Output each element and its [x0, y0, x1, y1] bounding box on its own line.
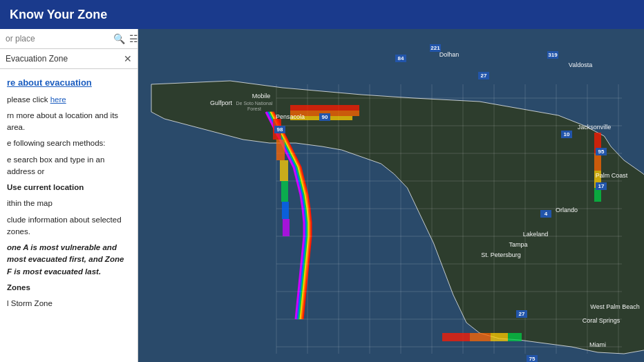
storm-zone-label: l Storm Zone — [7, 298, 131, 309]
instruction-6: ithin the map — [7, 198, 131, 209]
section-link[interactable]: re about evacuation — [7, 76, 131, 90]
evac-zone-label: Evacuation Zone — [6, 54, 68, 64]
sidebar: 🔍 ☵ Evacuation Zone ✕ re about evacuatio… — [0, 29, 138, 362]
map-area[interactable] — [138, 29, 644, 362]
instruction-1: please click here — [7, 94, 131, 106]
instruction-5: Use current location — [7, 182, 131, 193]
evac-zone-row: Evacuation Zone ✕ — [0, 49, 138, 69]
instruction-4: e search box and type in an address or — [7, 154, 131, 178]
evacuation-link[interactable]: re about evacuation — [7, 77, 92, 88]
here-link[interactable]: here — [50, 95, 66, 104]
top-bar: Know Your Zone — [0, 0, 644, 29]
florida-map — [138, 29, 644, 362]
search-icon[interactable]: 🔍 — [113, 33, 125, 44]
instruction-7: clude information about selected zones. — [7, 214, 131, 238]
page-title: Know Your Zone — [10, 8, 107, 22]
sidebar-scroll: re about evacuation please click here rn… — [0, 69, 138, 362]
instruction-2: rn more about a location and its area. — [7, 110, 131, 134]
zone-description: one A is most vulnerable and most evacua… — [7, 242, 131, 278]
main-content: 🔍 ☵ Evacuation Zone ✕ re about evacuatio… — [0, 29, 644, 362]
zones-label: Zones — [7, 282, 131, 294]
close-icon[interactable]: ✕ — [124, 53, 132, 64]
instruction-3: e following search methods: — [7, 137, 131, 149]
filter-icon[interactable]: ☵ — [129, 33, 138, 44]
search-bar: 🔍 ☵ — [0, 29, 138, 49]
search-input[interactable] — [6, 34, 109, 44]
